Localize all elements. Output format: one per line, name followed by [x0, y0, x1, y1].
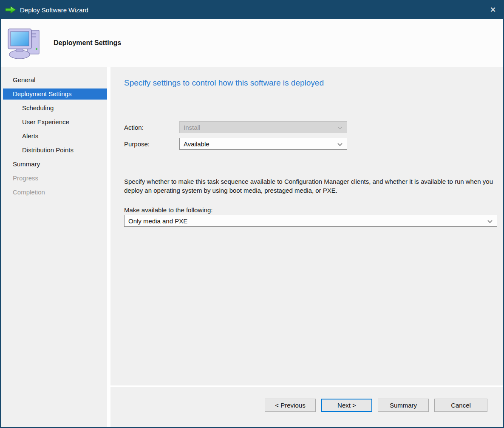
sidebar-item-scheduling[interactable]: Scheduling	[3, 103, 107, 114]
chevron-down-icon	[337, 140, 343, 148]
titlebar: Deploy Software Wizard ✕	[1, 1, 503, 19]
make-available-label: Make available to the following:	[124, 206, 497, 214]
sidebar-item-user-experience[interactable]: User Experience	[3, 117, 107, 128]
wizard-body: General Deployment Settings Scheduling U…	[1, 67, 503, 427]
settings-form: Action: Install Purpose: Available	[124, 121, 497, 150]
action-label: Action:	[124, 124, 179, 131]
action-value: Install	[184, 124, 337, 131]
sidebar-item-progress: Progress	[3, 173, 107, 184]
sidebar-divider	[107, 67, 110, 427]
window-title: Deploy Software Wizard	[20, 6, 483, 14]
make-available-value: Only media and PXE	[128, 217, 487, 225]
wizard-button-bar: < Previous Next > Summary Cancel	[110, 385, 503, 427]
chevron-down-icon	[487, 217, 493, 225]
sidebar-item-distribution-points[interactable]: Distribution Points	[3, 145, 107, 156]
cancel-button[interactable]: Cancel	[434, 399, 487, 412]
green-arrow-icon	[5, 5, 16, 14]
deploy-software-wizard-window: Deploy Software Wizard ✕	[0, 0, 504, 428]
next-button[interactable]: Next >	[321, 399, 372, 412]
main-panel: Specify settings to control how this sof…	[110, 67, 503, 427]
sidebar-item-completion: Completion	[3, 187, 107, 198]
close-icon[interactable]: ✕	[483, 1, 503, 19]
page-title: Deployment Settings	[54, 39, 121, 47]
action-select: Install	[179, 121, 347, 133]
wizard-header: Deployment Settings	[1, 19, 503, 67]
section-heading: Specify settings to control how this sof…	[124, 78, 497, 88]
purpose-value: Available	[184, 140, 337, 148]
sidebar-item-summary[interactable]: Summary	[3, 159, 107, 170]
computer-icon	[7, 25, 42, 61]
wizard-steps-sidebar: General Deployment Settings Scheduling U…	[1, 67, 107, 427]
make-available-select[interactable]: Only media and PXE	[124, 215, 497, 227]
action-row: Action: Install	[124, 121, 497, 133]
availability-description: Specify whether to make this task sequen…	[124, 177, 496, 195]
sidebar-item-alerts[interactable]: Alerts	[3, 131, 107, 142]
summary-button[interactable]: Summary	[378, 399, 429, 412]
purpose-label: Purpose:	[124, 140, 179, 148]
chevron-down-icon	[337, 124, 343, 131]
purpose-row: Purpose: Available	[124, 138, 497, 150]
purpose-select[interactable]: Available	[179, 138, 347, 150]
sidebar-item-deployment-settings[interactable]: Deployment Settings	[3, 88, 107, 100]
sidebar-item-general[interactable]: General	[3, 74, 107, 86]
previous-button[interactable]: < Previous	[265, 399, 316, 412]
